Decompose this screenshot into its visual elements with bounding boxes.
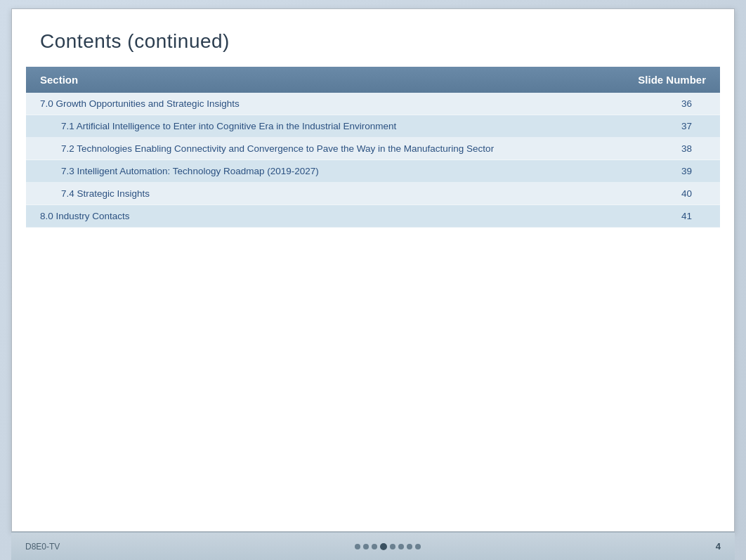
- footer-dot[interactable]: [398, 544, 404, 549]
- footer-dot[interactable]: [355, 544, 360, 549]
- row-section-text: 7.4 Strategic Insights: [40, 188, 608, 199]
- row-slide-number: 40: [608, 188, 706, 199]
- footer-dot[interactable]: [380, 543, 387, 550]
- table-row: 7.1 Artificial Intelligence to Enter int…: [26, 115, 720, 138]
- row-section-text: 7.3 Intelligent Automation: Technology R…: [40, 166, 608, 176]
- footer-dot[interactable]: [390, 544, 395, 549]
- row-slide-number: 39: [608, 166, 706, 176]
- slide-header: Contents (continued): [12, 9, 734, 67]
- table-header-row: Section Slide Number: [26, 67, 720, 93]
- slide-title: Contents (continued): [40, 30, 706, 53]
- col-slide-number-header: Slide Number: [608, 74, 706, 86]
- footer-dot[interactable]: [407, 544, 412, 549]
- page-container: Contents (continued) Section Slide Numbe…: [0, 0, 746, 560]
- page-number: 4: [716, 541, 721, 552]
- table-body: 7.0 Growth Opportunities and Strategic I…: [26, 93, 720, 228]
- row-slide-number: 37: [608, 121, 706, 131]
- footer-center: [60, 543, 715, 550]
- slide-area: Contents (continued) Section Slide Numbe…: [11, 8, 735, 532]
- footer-dot[interactable]: [363, 544, 369, 549]
- row-slide-number: 41: [608, 211, 706, 221]
- row-section-text: 7.1 Artificial Intelligence to Enter int…: [40, 121, 608, 131]
- footer-code: D8E0-TV: [25, 542, 60, 552]
- row-section-text: 7.2 Technologies Enabling Connectivity a…: [40, 143, 608, 154]
- table-row: 8.0 Industry Contacts41: [26, 205, 720, 228]
- col-section-header: Section: [40, 74, 608, 86]
- row-section-text: 7.0 Growth Opportunities and Strategic I…: [40, 98, 608, 109]
- row-section-text: 8.0 Industry Contacts: [40, 211, 608, 221]
- table-row: 7.3 Intelligent Automation: Technology R…: [26, 160, 720, 183]
- footer-dot[interactable]: [415, 544, 421, 549]
- table-container: Section Slide Number 7.0 Growth Opportun…: [26, 67, 720, 228]
- footer-dot[interactable]: [372, 544, 377, 549]
- row-slide-number: 38: [608, 143, 706, 154]
- table-row: 7.2 Technologies Enabling Connectivity a…: [26, 138, 720, 160]
- slide-footer: D8E0-TV 4: [11, 532, 735, 560]
- table-row: 7.4 Strategic Insights40: [26, 183, 720, 205]
- row-slide-number: 36: [608, 98, 706, 109]
- table-row: 7.0 Growth Opportunities and Strategic I…: [26, 93, 720, 115]
